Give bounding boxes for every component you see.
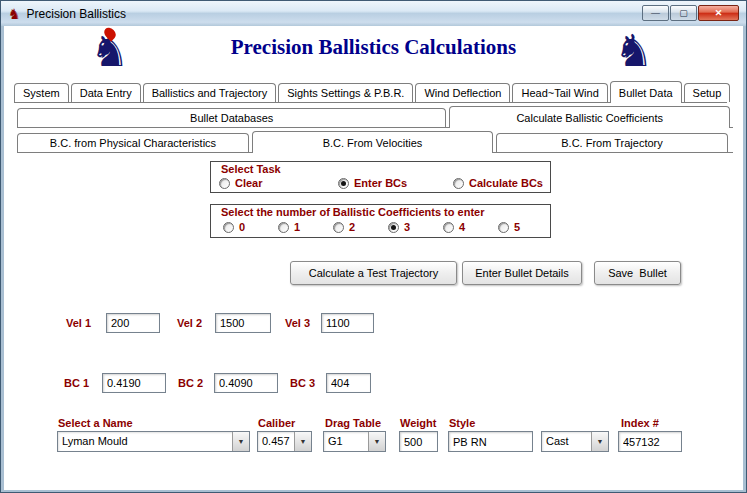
radio-calculate-bcs[interactable]: Calculate BCs — [453, 177, 543, 189]
tab-bullet-databases[interactable]: Bullet Databases — [17, 108, 446, 127]
radio-circle-icon — [388, 222, 399, 233]
radio-count-3-label: 3 — [404, 221, 410, 233]
bc1-input[interactable] — [102, 373, 166, 393]
caliber-label: Caliber — [258, 417, 295, 429]
radio-circle-icon — [219, 178, 230, 189]
select-task-title: Select Task — [219, 163, 283, 175]
knight-logo-right-icon: ♞ — [614, 28, 653, 74]
calculate-test-trajectory-button[interactable]: Calculate a Test Trajectory — [290, 261, 457, 285]
main-tab-strip: System Data Entry Ballistics and Traject… — [14, 78, 727, 103]
radio-count-2-label: 2 — [349, 221, 355, 233]
titlebar: ♞ Precision Ballistics — ▢ ✕ — [1, 1, 746, 26]
weight-input[interactable] — [399, 431, 438, 452]
window-content: ♞ Precision Ballistics Calculations ♞ Sy… — [4, 26, 743, 490]
radio-count-0[interactable]: 0 — [223, 221, 245, 233]
vel1-label: Vel 1 — [66, 317, 91, 329]
style-label: Style — [449, 417, 475, 429]
radio-calculate-bcs-label: Calculate BCs — [469, 177, 543, 189]
vel2-label: Vel 2 — [177, 317, 202, 329]
style-input[interactable] — [448, 431, 533, 452]
bullet-name-value: Lyman Mould — [58, 432, 232, 451]
radio-circle-icon — [453, 178, 464, 189]
weight-label: Weight — [400, 417, 436, 429]
select-name-label: Select a Name — [58, 417, 133, 429]
tab-wind-deflection[interactable]: Wind Deflection — [415, 83, 510, 102]
app-icon: ♞ — [8, 7, 21, 21]
radio-count-1-label: 1 — [294, 221, 300, 233]
close-button[interactable]: ✕ — [698, 5, 739, 21]
radio-circle-icon — [333, 222, 344, 233]
save-bullet-button[interactable]: Save Bullet — [594, 261, 681, 285]
tab-bc-from-trajectory[interactable]: B.C. From Trajectory — [496, 133, 728, 152]
radio-count-0-label: 0 — [239, 221, 245, 233]
tab-data-entry[interactable]: Data Entry — [71, 83, 141, 102]
radio-count-1[interactable]: 1 — [278, 221, 300, 233]
drag-table-combobox[interactable]: G1 ▼ — [323, 431, 386, 452]
vel2-input[interactable] — [215, 313, 271, 333]
radio-clear-label: Clear — [235, 177, 263, 189]
radio-count-2[interactable]: 2 — [333, 221, 355, 233]
caliber-combobox[interactable]: 0.457 ▼ — [257, 431, 312, 452]
bullet-name-combobox[interactable]: Lyman Mould ▼ — [57, 431, 250, 452]
radio-circle-icon — [223, 222, 234, 233]
cast-combobox[interactable]: Cast ▼ — [541, 431, 609, 452]
maximize-button[interactable]: ▢ — [670, 5, 697, 21]
radio-circle-icon — [443, 222, 454, 233]
tab-bc-from-velocities[interactable]: B.C. From Velocities — [252, 131, 493, 153]
window-title: Precision Ballistics — [27, 7, 126, 21]
bc-count-groupbox: Select the number of Ballistic Coefficie… — [210, 204, 551, 238]
bc2-label: BC 2 — [178, 377, 203, 389]
dropdown-arrow-icon[interactable]: ▼ — [591, 432, 608, 451]
bc3-input[interactable] — [326, 373, 371, 393]
tab-head-tail-wind[interactable]: Head~Tail Wind — [512, 83, 607, 102]
dropdown-arrow-icon[interactable]: ▼ — [232, 432, 249, 451]
tab-bc-physical-characteristics[interactable]: B.C. from Physical Characteristics — [17, 133, 249, 152]
tab-bullet-data[interactable]: Bullet Data — [610, 81, 682, 103]
dropdown-arrow-icon[interactable]: ▼ — [368, 432, 385, 451]
minimize-button[interactable]: — — [642, 5, 669, 21]
index-label: Index # — [621, 417, 659, 429]
bc-count-title: Select the number of Ballistic Coefficie… — [219, 206, 486, 218]
index-input[interactable] — [618, 431, 682, 452]
drag-table-value: G1 — [324, 432, 368, 451]
level3-tab-strip: B.C. from Physical Characteristics B.C. … — [17, 129, 733, 153]
vel1-input[interactable] — [106, 313, 160, 333]
bc2-input[interactable] — [214, 373, 278, 393]
knight-glyph: ♞ — [614, 26, 653, 75]
dropdown-arrow-icon[interactable]: ▼ — [294, 432, 311, 451]
radio-count-5[interactable]: 5 — [498, 221, 520, 233]
radio-circle-icon — [498, 222, 509, 233]
caliber-value: 0.457 — [258, 432, 294, 451]
vel3-label: Vel 3 — [285, 317, 310, 329]
vel3-input[interactable] — [321, 313, 374, 333]
radio-circle-icon — [338, 178, 349, 189]
radio-clear[interactable]: Clear — [219, 177, 263, 189]
select-task-groupbox: Select Task Clear Enter BCs Calculate BC… — [210, 161, 551, 193]
radio-enter-bcs[interactable]: Enter BCs — [338, 177, 407, 189]
radio-count-5-label: 5 — [514, 221, 520, 233]
tab-system[interactable]: System — [14, 83, 69, 102]
app-window: ♞ Precision Ballistics — ▢ ✕ ♞ Precision… — [0, 0, 747, 493]
radio-enter-bcs-label: Enter BCs — [354, 177, 407, 189]
level2-tab-strip: Bullet Databases Calculate Ballistic Coe… — [17, 104, 733, 128]
tab-sights-settings-pbr[interactable]: Sights Settings & P.B.R. — [278, 83, 413, 102]
cast-value: Cast — [542, 432, 591, 451]
enter-bullet-details-button[interactable]: Enter Bullet Details — [462, 261, 582, 285]
bc1-label: BC 1 — [64, 377, 89, 389]
radio-count-4-label: 4 — [459, 221, 465, 233]
tab-setup[interactable]: Setup — [684, 83, 731, 102]
radio-circle-icon — [278, 222, 289, 233]
tab-ballistics-and-trajectory[interactable]: Ballistics and Trajectory — [143, 83, 277, 102]
radio-count-4[interactable]: 4 — [443, 221, 465, 233]
drag-table-label: Drag Table — [325, 417, 381, 429]
bc3-label: BC 3 — [290, 377, 315, 389]
tab-calculate-ballistic-coefficients[interactable]: Calculate Ballistic Coefficients — [449, 106, 730, 128]
window-controls: — ▢ ✕ — [641, 5, 739, 21]
radio-count-3[interactable]: 3 — [388, 221, 410, 233]
